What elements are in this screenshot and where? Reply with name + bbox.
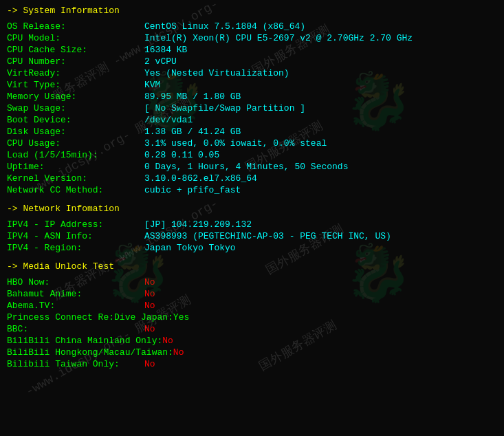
bilibili-china-status: No	[162, 336, 173, 346]
swap-usage-value: [ No Swapfile/Swap Partition ]	[144, 103, 305, 113]
table-row: CPU Number: 2 vCPU	[7, 56, 497, 67]
load-value: 0.28 0.11 0.05	[144, 150, 219, 160]
network-info-table: IPV4 - IP Address: [JP] 104.219.209.132 …	[7, 219, 497, 253]
abema-label: Abema.TV:	[7, 301, 144, 311]
cpu-model-value: Intel(R) Xeon(R) CPU E5-2697 v2 @ 2.70GH…	[144, 33, 413, 43]
table-row: BBC: No	[7, 324, 497, 334]
boot-device-label: Boot Device:	[7, 115, 144, 125]
table-row: Kernel Version: 3.10.0-862.el7.x86_64	[7, 173, 497, 184]
disk-usage-label: Disk Usage:	[7, 127, 144, 137]
table-row: Bilibili Taiwan Only: No	[7, 359, 497, 369]
disk-usage-value: 1.38 GB / 41.24 GB	[144, 127, 241, 137]
hbo-label: HBO Now:	[7, 277, 144, 287]
media-unlock-header: -> Media Unlock Test	[7, 261, 497, 272]
cpu-cache-label: CPU Cache Size:	[7, 45, 144, 55]
virtready-label: VirtReady:	[7, 68, 144, 78]
system-info-table: OS Release: CentOS Linux 7.5.1804 (x86_6…	[7, 21, 497, 195]
bbc-status: No	[144, 324, 155, 334]
table-row: Network CC Method: cubic + pfifo_fast	[7, 185, 497, 195]
table-row: CPU Cache Size: 16384 KB	[7, 45, 497, 55]
table-row: CPU Model: Intel(R) Xeon(R) CPU E5-2697 …	[7, 33, 497, 43]
ipv4-address-value: [JP] 104.219.209.132	[144, 219, 252, 230]
table-row: BiliBili Hongkong/Macau/Taiwan: No	[7, 347, 497, 358]
table-row: Abema.TV: No	[7, 301, 497, 311]
ipv4-region-value: Japan Tokyo Tokyo	[144, 243, 236, 253]
uptime-value: 0 Days, 1 Hours, 4 Minutes, 50 Seconds	[144, 162, 348, 172]
ipv4-region-label: IPV4 - Region:	[7, 243, 144, 253]
bbc-label: BBC:	[7, 324, 144, 334]
network-info-header: -> Network Infomation	[7, 204, 497, 214]
network-cc-label: Network CC Method:	[7, 185, 144, 195]
table-row: Virt Type: KVM	[7, 80, 497, 90]
table-row: Boot Device: /dev/vda1	[7, 115, 497, 125]
table-row: Bahamut Anime: No	[7, 289, 497, 299]
boot-device-value: /dev/vda1	[144, 115, 193, 125]
table-row: CPU Usage: 3.1% used, 0.0% iowait, 0.0% …	[7, 138, 497, 149]
table-row: VirtReady: Yes (Nested Virtualization)	[7, 68, 497, 78]
kernel-value: 3.10.0-862.el7.x86_64	[144, 173, 257, 184]
table-row: Princess Connect Re:Dive Japan: Yes	[7, 312, 497, 323]
princess-label: Princess Connect Re:Dive Japan:	[7, 312, 173, 323]
cpu-cache-value: 16384 KB	[144, 45, 187, 55]
virt-type-value: KVM	[144, 80, 160, 90]
table-row: HBO Now: No	[7, 277, 497, 287]
cpu-model-label: CPU Model:	[7, 33, 144, 43]
bilibili-hk-label: BiliBili Hongkong/Macau/Taiwan:	[7, 347, 173, 358]
network-cc-value: cubic + pfifo_fast	[144, 185, 241, 195]
table-row: Uptime: 0 Days, 1 Hours, 4 Minutes, 50 S…	[7, 162, 497, 172]
table-row: IPV4 - Region: Japan Tokyo Tokyo	[7, 243, 497, 253]
bilibili-china-label: BiliBili China Mainland Only:	[7, 336, 162, 346]
table-row: IPV4 - ASN Info: AS398993 (PEGTECHINC-AP…	[7, 231, 497, 241]
ipv4-asn-value: AS398993 (PEGTECHINC-AP-03 - PEG TECH IN…	[144, 231, 391, 241]
memory-usage-label: Memory Usage:	[7, 91, 144, 102]
uptime-label: Uptime:	[7, 162, 144, 172]
bilibili-hk-status: No	[173, 347, 184, 358]
hbo-status: No	[144, 277, 155, 287]
cpu-usage-label: CPU Usage:	[7, 138, 144, 149]
table-row: Memory Usage: 89.95 MB / 1.80 GB	[7, 91, 497, 102]
system-info-header: -> System Information	[7, 6, 497, 16]
cpu-number-value: 2 vCPU	[144, 56, 177, 67]
media-unlock-table: HBO Now: No Bahamut Anime: No Abema.TV: …	[7, 277, 497, 369]
table-row: BiliBili China Mainland Only: No	[7, 336, 497, 346]
cpu-usage-value: 3.1% used, 0.0% iowait, 0.0% steal	[144, 138, 327, 149]
table-row: Disk Usage: 1.38 GB / 41.24 GB	[7, 127, 497, 137]
kernel-label: Kernel Version:	[7, 173, 144, 184]
bilibili-tw-label: Bilibili Taiwan Only:	[7, 359, 144, 369]
memory-usage-value: 89.95 MB / 1.80 GB	[144, 91, 241, 102]
os-release-value: CentOS Linux 7.5.1804 (x86_64)	[144, 21, 305, 32]
bahamut-label: Bahamut Anime:	[7, 289, 144, 299]
swap-usage-label: Swap Usage:	[7, 103, 144, 113]
ipv4-address-label: IPV4 - IP Address:	[7, 219, 144, 230]
abema-status: No	[144, 301, 155, 311]
ipv4-asn-label: IPV4 - ASN Info:	[7, 231, 144, 241]
table-row: Load (1/5/15min): 0.28 0.11 0.05	[7, 150, 497, 160]
table-row: IPV4 - IP Address: [JP] 104.219.209.132	[7, 219, 497, 230]
princess-status: Yes	[173, 312, 189, 323]
cpu-number-label: CPU Number:	[7, 56, 144, 67]
table-row: OS Release: CentOS Linux 7.5.1804 (x86_6…	[7, 21, 497, 32]
load-label: Load (1/5/15min):	[7, 150, 144, 160]
bilibili-tw-status: No	[144, 359, 155, 369]
virt-type-label: Virt Type:	[7, 80, 144, 90]
bahamut-status: No	[144, 289, 155, 299]
table-row: Swap Usage: [ No Swapfile/Swap Partition…	[7, 103, 497, 113]
os-release-label: OS Release:	[7, 21, 144, 32]
virtready-value: Yes (Nested Virtualization)	[144, 68, 289, 78]
